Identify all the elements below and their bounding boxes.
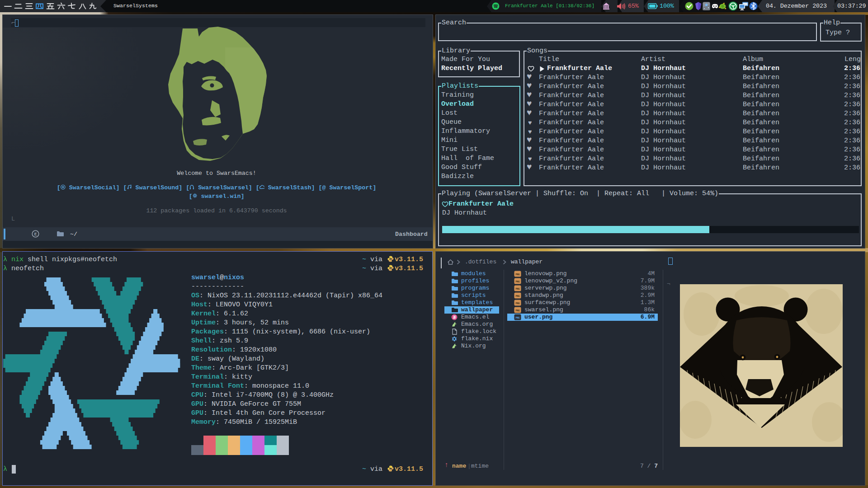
svg-text:PNG: PNG bbox=[515, 281, 519, 283]
svg-text:PNG: PNG bbox=[515, 288, 519, 291]
svg-text:PNG: PNG bbox=[515, 317, 519, 319]
svg-text:PNG: PNG bbox=[515, 302, 519, 305]
svg-text:PNG: PNG bbox=[515, 310, 519, 312]
svg-text:E: E bbox=[34, 232, 37, 237]
svg-text:PNG: PNG bbox=[515, 295, 519, 298]
svg-text:PNG: PNG bbox=[515, 273, 519, 276]
